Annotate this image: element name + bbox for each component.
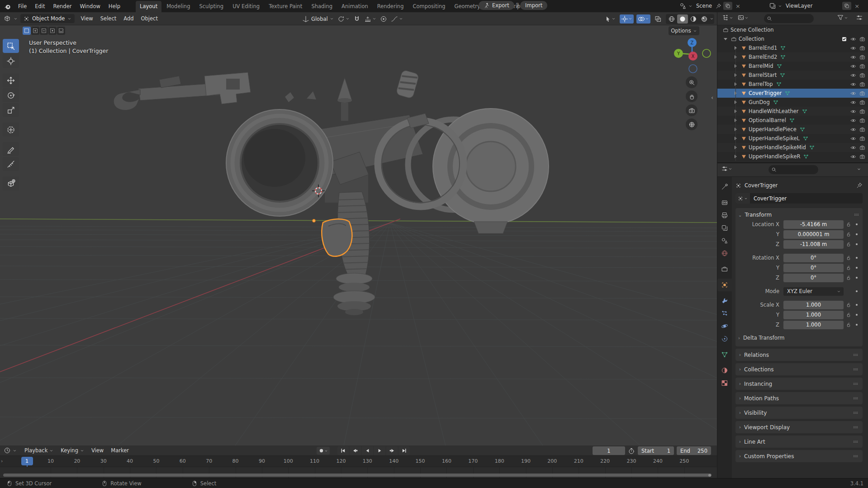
section-instancing[interactable]: ›Instancing [735, 378, 863, 390]
pin-icon[interactable] [856, 182, 863, 189]
stopwatch-icon[interactable] [628, 447, 635, 455]
hide-in-viewport-toggle[interactable] [850, 109, 856, 114]
properties-tab-object[interactable] [717, 279, 732, 291]
timeline-menu-view[interactable]: View [88, 446, 107, 455]
properties-tab-material[interactable] [717, 364, 732, 377]
chevron-down-icon[interactable] [688, 4, 693, 8]
outliner-search-input[interactable] [764, 14, 814, 23]
tool-rotate-button[interactable] [3, 88, 19, 102]
transform-value-field[interactable]: 1.000 [783, 321, 844, 329]
pin-icon[interactable] [716, 3, 721, 9]
play-button[interactable] [374, 446, 385, 455]
proportional-edit-toggle[interactable] [380, 15, 387, 23]
next-keyframe-button[interactable] [386, 446, 398, 455]
transform-panel-header[interactable]: ⌄ Transform [738, 210, 860, 220]
hide-in-viewport-toggle[interactable] [850, 90, 856, 96]
scene-name[interactable]: Scene [696, 3, 712, 9]
workspace-tab-sculpting[interactable]: Sculpting [195, 1, 228, 12]
outliner-item-name[interactable]: BarrelTop [749, 81, 773, 87]
delta-transform-subpanel[interactable]: › Delta Transform [738, 333, 860, 343]
transform-value-field[interactable]: 0.000001 m [783, 230, 844, 239]
sidebar-collapse-arrow[interactable]: ‹ [711, 94, 713, 101]
disable-in-renders-toggle[interactable] [859, 72, 865, 78]
properties-editor-dropdown[interactable] [721, 165, 732, 172]
transform-value-field[interactable]: 0° [783, 254, 844, 262]
tool-move-button[interactable] [3, 73, 19, 87]
properties-tab-world[interactable] [717, 247, 732, 260]
toggle-ortho-button[interactable] [686, 118, 697, 130]
outliner-item-upperhandlespikel[interactable]: UpperHandleSpikeL [717, 134, 868, 143]
object-visibility-dropdown[interactable] [603, 14, 617, 24]
chevron-down-icon[interactable] [778, 4, 782, 8]
outliner-item-name[interactable]: BarrelEnd1 [749, 45, 777, 51]
transform-value-field[interactable]: 1.000 [783, 301, 844, 309]
view-layer-name[interactable]: ViewLayer [786, 3, 812, 9]
workspace-tab-uv-editing[interactable]: UV Editing [228, 1, 264, 12]
viewport-menu-object[interactable]: Object [138, 14, 161, 23]
navigation-gizmo[interactable]: Z Y X [673, 35, 712, 77]
frame-ruler[interactable]: › 10203040506070809010011012013014015016… [0, 456, 717, 467]
outliner-item-barrelmid[interactable]: BarrelMid [717, 62, 868, 71]
animate-dot[interactable] [854, 233, 860, 235]
viewport-menu-view[interactable]: View [77, 14, 96, 23]
frame-start-field[interactable]: Start 1 [638, 446, 674, 455]
camera-view-button[interactable] [686, 104, 697, 116]
outliner-item-name[interactable]: GunDog [749, 99, 770, 105]
hide-in-viewport-toggle[interactable] [850, 54, 856, 60]
shading-material-button[interactable] [688, 14, 699, 24]
current-frame-field[interactable]: 1 [593, 446, 625, 455]
display-mode-dropdown[interactable] [737, 14, 749, 21]
outliner-item-upperhandlepiece[interactable]: UpperHandlePiece [717, 125, 868, 134]
outliner-item-name[interactable]: BarrelStart [749, 72, 777, 78]
snap-settings-dropdown[interactable] [364, 15, 376, 23]
outliner-item-name[interactable]: UpperHandleSpikeR [749, 153, 800, 160]
disable-in-renders-toggle[interactable] [859, 81, 865, 87]
outliner-item-name[interactable]: Scene Collection [730, 27, 774, 33]
workspace-tab-texture-paint[interactable]: Texture Paint [265, 1, 306, 12]
properties-search-input[interactable] [768, 165, 818, 174]
animate-dot[interactable] [854, 304, 860, 306]
topbar-menu-file[interactable]: File [14, 2, 30, 11]
timeline-menu-marker[interactable]: Marker [108, 446, 132, 455]
transform-value-field[interactable]: 0° [783, 274, 844, 282]
disable-in-renders-toggle[interactable] [859, 118, 865, 123]
disclosure-open-icon[interactable] [724, 38, 727, 40]
section-relations[interactable]: ›Relations [735, 349, 863, 361]
outliner-item-name[interactable]: UpperHandleSpikeL [749, 135, 800, 142]
tool-add-cube-button[interactable] [3, 176, 19, 190]
new-scene-button[interactable] [723, 2, 732, 10]
properties-tab-texture[interactable] [717, 377, 732, 389]
prev-keyframe-button[interactable] [350, 446, 361, 455]
animate-dot[interactable] [854, 324, 860, 326]
animate-dot[interactable] [854, 314, 860, 316]
section-line-art[interactable]: ›Line Art [735, 436, 863, 448]
tool-measure-button[interactable] [3, 157, 19, 171]
properties-tab-constraints[interactable] [717, 332, 732, 345]
tool-cursor-button[interactable] [3, 54, 19, 68]
transform-value-field[interactable]: -5.4166 m [783, 220, 844, 229]
disable-in-renders-toggle[interactable] [859, 90, 865, 96]
section-custom-properties[interactable]: ›Custom Properties [735, 450, 863, 462]
disable-in-renders-toggle[interactable] [859, 36, 865, 42]
lock-icon[interactable] [846, 322, 851, 327]
snap-toggle[interactable] [353, 15, 360, 23]
properties-tab-physics[interactable] [717, 320, 732, 332]
topbar-menu-edit[interactable]: Edit [31, 2, 48, 11]
properties-tab-modifiers[interactable] [717, 294, 732, 307]
mode-selector[interactable]: Object Mode [20, 14, 75, 23]
shading-wireframe-button[interactable] [666, 14, 677, 24]
lock-icon[interactable] [846, 265, 851, 270]
frame-end-field[interactable]: End 250 [677, 446, 711, 455]
hide-in-viewport-toggle[interactable] [850, 136, 856, 142]
outliner-item-name[interactable]: HandleWithLeather [749, 108, 799, 114]
lock-icon[interactable] [846, 275, 851, 280]
animate-dot[interactable] [854, 257, 860, 259]
outliner-collection-row[interactable]: Collection [717, 34, 868, 43]
disable-in-renders-toggle[interactable] [859, 136, 865, 142]
outliner-item-optionalbarrel[interactable]: OptionalBarrel [717, 116, 868, 125]
outliner-item-barrelend1[interactable]: BarrelEnd1 [717, 43, 868, 52]
shading-solid-button[interactable] [677, 14, 688, 24]
hide-in-viewport-toggle[interactable] [850, 99, 856, 105]
outliner-root-row[interactable]: Scene Collection [717, 25, 868, 34]
disable-in-renders-toggle[interactable] [859, 99, 865, 105]
